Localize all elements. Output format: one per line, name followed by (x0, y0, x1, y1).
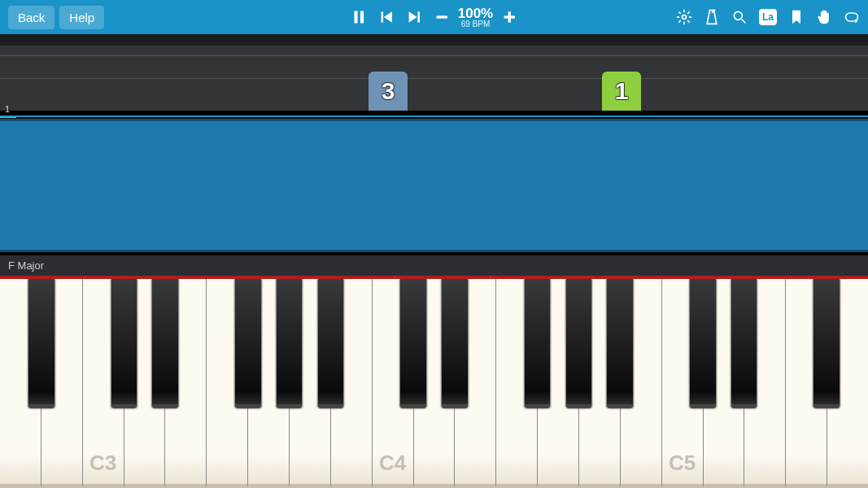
svg-line-15 (687, 11, 690, 14)
track-view[interactable] (0, 46, 868, 111)
svg-point-17 (734, 11, 742, 20)
black-key-G#4[interactable] (566, 279, 592, 408)
skip-back-icon[interactable] (378, 9, 395, 25)
skip-forward-icon[interactable] (406, 9, 422, 25)
pause-icon[interactable] (351, 9, 367, 25)
help-button[interactable]: Help (59, 6, 104, 29)
back-button[interactable]: Back (8, 6, 55, 29)
svg-point-7 (683, 15, 687, 20)
bar-segment (0, 117, 16, 118)
speed-bpm: 69 BPM (458, 20, 493, 28)
metronome-icon[interactable] (704, 9, 720, 25)
time-ruler[interactable] (0, 34, 868, 46)
gear-icon[interactable] (676, 9, 692, 25)
plus-icon[interactable] (501, 9, 517, 25)
black-key-C#3[interactable] (111, 279, 137, 408)
svg-line-12 (678, 11, 681, 14)
black-key-F#3[interactable] (235, 279, 261, 408)
scale-label: F Major (8, 259, 44, 272)
black-key-F#4[interactable] (525, 279, 551, 408)
black-key-C#4[interactable] (400, 279, 426, 408)
playhead-line (0, 115, 868, 117)
scale-strip: F Major (0, 255, 868, 276)
hand-icon[interactable] (816, 9, 832, 25)
svg-rect-0 (354, 11, 357, 24)
falling-notes-panel (0, 119, 868, 252)
left-hand-finger-marker: 3 (369, 72, 408, 111)
svg-rect-3 (417, 11, 420, 22)
note-label-toggle[interactable]: La (759, 9, 777, 25)
key-label: C4 (379, 451, 406, 476)
black-key-A#3[interactable] (318, 279, 344, 408)
minus-icon[interactable] (434, 9, 450, 25)
top-toolbar: Back Help 100% 69 BPM La (0, 0, 868, 34)
black-key-D#4[interactable] (442, 279, 468, 408)
right-hand-finger-marker: 1 (602, 72, 641, 111)
black-key-G#3[interactable] (277, 279, 303, 408)
svg-line-14 (678, 20, 681, 22)
svg-rect-6 (504, 15, 515, 18)
speed-display: 100% 69 BPM (458, 7, 493, 28)
search-icon[interactable] (731, 9, 748, 25)
key-label: C5 (669, 451, 696, 476)
speed-percent: 100% (458, 7, 493, 20)
finger-number: 1 (615, 77, 629, 105)
black-key-C#5[interactable] (690, 279, 716, 408)
key-label: C3 (89, 451, 116, 476)
black-key-A#4[interactable] (607, 279, 633, 408)
svg-rect-1 (360, 11, 363, 24)
finger-number: 3 (382, 77, 395, 105)
hit-line (0, 276, 868, 279)
piano-keyboard: C3C4C5 (0, 279, 868, 488)
svg-rect-4 (436, 15, 447, 18)
bar-number: 1 (5, 104, 10, 114)
svg-line-13 (687, 20, 690, 22)
bookmark-icon[interactable] (788, 9, 805, 25)
svg-rect-2 (381, 11, 383, 22)
svg-line-18 (742, 20, 746, 24)
black-key-D#5[interactable] (731, 279, 757, 408)
loop-icon[interactable] (844, 9, 860, 25)
black-key-F#5[interactable] (813, 279, 840, 408)
black-key-A#2[interactable] (28, 279, 55, 408)
black-key-D#3[interactable] (152, 279, 178, 408)
